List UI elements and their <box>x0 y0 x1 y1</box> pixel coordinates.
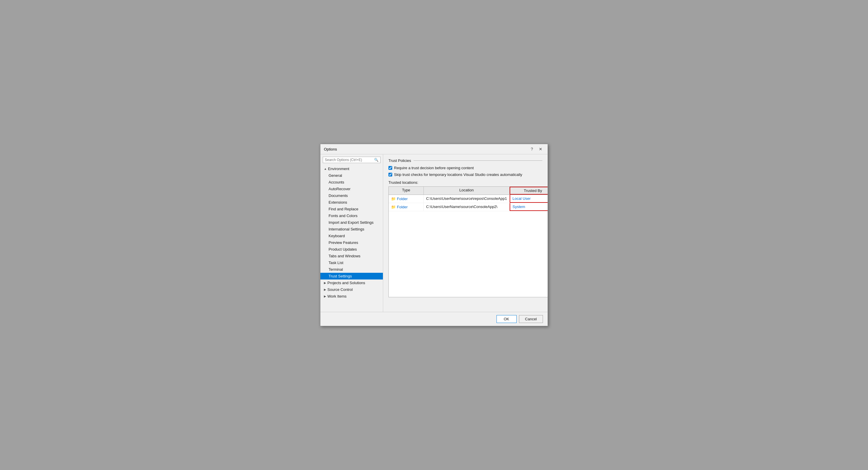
checkbox-skip-trust-label: Skip trust checks for temporary location… <box>394 172 522 177</box>
td-type-2: 📁 Folder <box>389 203 424 211</box>
folder-icon-2: 📁 <box>391 205 396 209</box>
th-location: Location <box>424 187 509 195</box>
trusted-locations-table: Type Location Trusted By 📁 Folder C:\Use… <box>389 187 548 297</box>
tree-item-general[interactable]: General <box>320 172 383 179</box>
table-header: Type Location Trusted By <box>389 187 548 195</box>
checkbox-trust-decision-label: Require a trust decision before opening … <box>394 166 474 170</box>
dialog-footer: OK Cancel <box>320 312 548 326</box>
table-row[interactable]: 📁 Folder C:\Users\UserName\source\repos\… <box>389 195 548 203</box>
checkbox-trust-decision[interactable] <box>389 166 392 170</box>
tree-item-documents[interactable]: Documents <box>320 192 383 199</box>
checkbox-row-1: Require a trust decision before opening … <box>389 166 542 170</box>
td-location-1: C:\Users\UserName\source\repos\ConsoleAp… <box>424 195 509 203</box>
tree-item-environment-label: Environment <box>328 167 349 171</box>
expand-arrow-projects: ▶ <box>324 281 326 284</box>
tree-item-source-control[interactable]: ▶ Source Control <box>320 286 383 293</box>
tree-item-keyboard[interactable]: Keyboard <box>320 233 383 239</box>
search-input[interactable] <box>325 158 374 162</box>
tree-item-product-updates[interactable]: Product Updates <box>320 246 383 253</box>
help-button[interactable]: ? <box>529 146 535 152</box>
trusted-locations-label: Trusted locations: <box>389 180 542 185</box>
collapse-arrow: ▲ <box>324 167 327 170</box>
td-type-1: 📁 Folder <box>389 195 424 203</box>
tree-item-fonts-colors[interactable]: Fonts and Colors <box>320 212 383 219</box>
tree-item-terminal[interactable]: Terminal <box>320 266 383 273</box>
tree-item-preview-features[interactable]: Preview Features <box>320 239 383 246</box>
td-folder-link-2[interactable]: Folder <box>397 205 408 209</box>
search-icon: 🔍 <box>374 158 378 162</box>
tree-item-autorecover[interactable]: AutoRecover <box>320 186 383 192</box>
dialog-title: Options <box>324 147 337 152</box>
dialog-body: 🔍 ▲ Environment General Accounts AutoRec… <box>320 154 548 312</box>
cancel-button[interactable]: Cancel <box>519 315 543 323</box>
table-and-buttons: Type Location Trusted By 📁 Folder C:\Use… <box>389 187 542 297</box>
expand-arrow-source: ▶ <box>324 288 326 291</box>
td-trustedby-2: System <box>509 203 548 211</box>
tree-item-international[interactable]: International Settings <box>320 226 383 233</box>
tree-item-projects-solutions[interactable]: ▶ Projects and Solutions <box>320 279 383 286</box>
tree-item-work-items[interactable]: ▶ Work Items <box>320 293 383 300</box>
section-title: Trust Policies <box>389 159 542 163</box>
right-panel: Trust Policies Require a trust decision … <box>383 154 548 312</box>
expand-arrow-work: ▶ <box>324 295 326 298</box>
tree-item-task-list[interactable]: Task List <box>320 259 383 266</box>
td-location-2: C:\Users\UserName\source\ConsoleApp2\ <box>424 203 509 211</box>
ok-button[interactable]: OK <box>496 315 517 323</box>
tree-item-import-export[interactable]: Import and Export Settings <box>320 219 383 226</box>
left-panel: 🔍 ▲ Environment General Accounts AutoRec… <box>320 154 383 312</box>
options-dialog: Options ? ✕ 🔍 ▲ Environment General <box>320 144 548 326</box>
tree-item-accounts[interactable]: Accounts <box>320 179 383 186</box>
checkbox-skip-trust[interactable] <box>389 173 392 176</box>
close-button[interactable]: ✕ <box>537 146 544 152</box>
tree-item-trust-settings[interactable]: Trust Settings <box>320 273 383 279</box>
tree-container: ▲ Environment General Accounts AutoRecov… <box>320 165 383 312</box>
table-row[interactable]: 📁 Folder C:\Users\UserName\source\Consol… <box>389 203 548 211</box>
tree-item-extensions[interactable]: Extensions <box>320 199 383 206</box>
search-box[interactable]: 🔍 <box>323 157 380 163</box>
folder-icon-1: 📁 <box>391 197 396 201</box>
tree-item-tabs-windows[interactable]: Tabs and Windows <box>320 253 383 259</box>
checkbox-row-2: Skip trust checks for temporary location… <box>389 172 542 177</box>
title-bar: Options ? ✕ <box>320 144 548 154</box>
tree-item-find-replace[interactable]: Find and Replace <box>320 206 383 212</box>
td-trustedby-1: Local User <box>509 195 548 203</box>
th-type: Type <box>389 187 424 195</box>
td-folder-link-1[interactable]: Folder <box>397 197 408 201</box>
th-trustedby: Trusted By <box>509 187 548 195</box>
tree-item-environment[interactable]: ▲ Environment <box>320 165 383 172</box>
